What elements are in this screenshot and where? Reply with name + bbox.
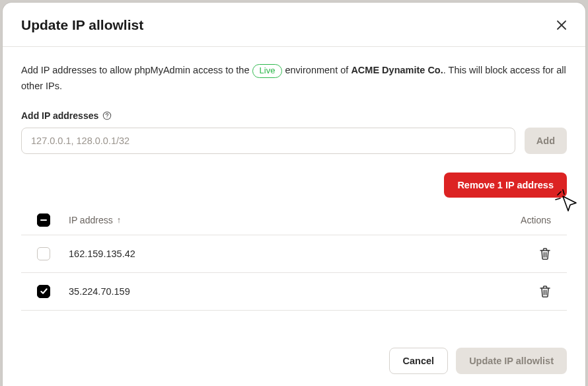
- column-header-ip[interactable]: IP address ↑: [69, 215, 498, 225]
- svg-line-5: [556, 198, 560, 200]
- table-header: IP address ↑ Actions: [21, 206, 567, 235]
- company-name: ACME Dynamite Co.: [351, 65, 443, 75]
- modal-header: Update IP allowlist: [3, 3, 585, 47]
- help-icon[interactable]: [102, 111, 112, 120]
- select-all-checkbox[interactable]: [37, 213, 50, 227]
- row-checkbox[interactable]: [37, 247, 50, 260]
- row-checkbox[interactable]: [37, 285, 50, 298]
- trash-icon[interactable]: [539, 285, 551, 298]
- add-ip-label-row: Add IP addresses: [21, 110, 567, 121]
- close-icon[interactable]: [556, 20, 567, 30]
- environment-badge: Live: [252, 64, 283, 78]
- ip-address-input[interactable]: [21, 128, 515, 154]
- svg-point-3: [107, 117, 108, 118]
- table-row: 162.159.135.42: [21, 235, 567, 273]
- modal-title: Update IP allowlist: [21, 17, 143, 33]
- column-ip-label: IP address: [69, 215, 113, 225]
- description-middle: environment of: [285, 65, 351, 75]
- add-ip-label: Add IP addresses: [21, 110, 98, 121]
- ip-address-cell: 162.159.135.42: [69, 249, 135, 259]
- trash-icon[interactable]: [539, 247, 551, 260]
- add-button[interactable]: Add: [525, 128, 567, 154]
- table-row: 35.224.70.159: [21, 273, 567, 311]
- column-actions-label: Actions: [521, 215, 551, 225]
- update-allowlist-button[interactable]: Update IP allowlist: [456, 348, 567, 374]
- modal-footer: Cancel Update IP allowlist: [3, 337, 585, 386]
- sort-ascending-icon: ↑: [117, 215, 122, 225]
- add-ip-input-row: Add: [21, 128, 567, 154]
- remove-row: Remove 1 IP address: [21, 173, 567, 198]
- modal-body: Add IP addresses to allow phpMyAdmin acc…: [3, 47, 585, 337]
- modal-description: Add IP addresses to allow phpMyAdmin acc…: [21, 63, 567, 95]
- ip-address-cell: 35.224.70.159: [69, 286, 130, 297]
- ip-table: IP address ↑ Actions 162.159.135.42: [21, 206, 567, 311]
- update-ip-allowlist-modal: Update IP allowlist Add IP addresses to …: [3, 3, 585, 386]
- remove-ip-button[interactable]: Remove 1 IP address: [444, 173, 567, 198]
- cancel-button[interactable]: Cancel: [389, 348, 449, 374]
- description-prefix: Add IP addresses to allow phpMyAdmin acc…: [21, 65, 252, 75]
